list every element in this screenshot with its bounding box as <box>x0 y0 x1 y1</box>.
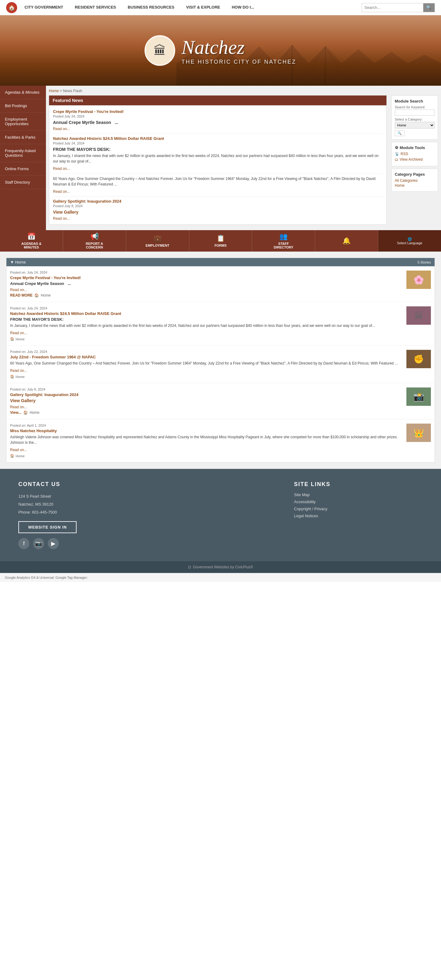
footer-phone: Phone: 601-445-7500 <box>18 508 276 516</box>
website-signin-button[interactable]: WEBSITE SIGN IN <box>18 521 77 533</box>
news-item-5-content: Posted on: April 1, 2024 Miss Natchez Ho… <box>10 423 403 458</box>
home-tag-icon-4: 🏠 <box>23 410 28 415</box>
city-subtitle: THE HISTORIC CITY OF NATCHEZ <box>181 59 296 65</box>
sidebar-item-staff-directory[interactable]: Staff Directory <box>0 176 46 189</box>
news-item-1-read-more: READ MORE 🏠 Home <box>10 293 403 298</box>
featured-read-on-4[interactable]: Read on... <box>53 216 70 221</box>
featured-news-title-2[interactable]: Natchez Awarded Historic $24.5 Million D… <box>53 136 382 141</box>
city-seal: 🏛 <box>145 35 175 66</box>
module-search-button[interactable]: 🔍 <box>395 130 404 136</box>
home-icon[interactable]: 🏠 <box>6 2 17 13</box>
youtube-icon[interactable]: ▶ <box>48 538 59 549</box>
news-list-item-3: Posted on: July 22, 2024 July 22nd - Fre… <box>6 345 435 383</box>
sidebar-item-online-forms[interactable]: Online Forms <box>0 162 46 176</box>
accessibility-link[interactable]: Accessibility <box>294 500 423 504</box>
search-input[interactable] <box>362 3 423 12</box>
news-item-5-title[interactable]: Miss Natchez Hospitality <box>10 428 403 433</box>
news-list-category: ▼ Home <box>10 260 26 264</box>
facebook-icon[interactable]: f <box>18 538 29 549</box>
archive-icon: 🗂 <box>395 158 398 162</box>
sidebar-item-faq[interactable]: Frequently Asked Questions <box>0 144 46 162</box>
news-item-2-thumb: 🏛 <box>406 306 431 325</box>
read-more-link-1[interactable]: READ MORE <box>10 293 32 298</box>
view-gallery-link[interactable]: View Gallery <box>53 210 382 215</box>
news-item-1-thumb: 🌸 <box>406 270 431 289</box>
footer: CONTACT US 124 S Pearl Street Natchez, M… <box>0 469 441 561</box>
module-tools-title: ⚙ Module Tools <box>395 145 435 150</box>
breadcrumb-home[interactable]: Home <box>49 89 59 93</box>
news-item-1-sub: Annual Crepe Myrtle Season ... <box>10 281 403 286</box>
news-item-5-text: Ashleigh Valerie Johnson was crowned Mis… <box>10 434 403 445</box>
quick-link-agendas[interactable]: 📅 AGENDAS &MINUTES <box>0 230 63 251</box>
keyword-input[interactable] <box>395 110 435 116</box>
tools-icon: ⚙ <box>395 145 398 150</box>
nav-how-do-i[interactable]: HOW DO I... <box>231 0 256 15</box>
quick-link-employment[interactable]: 💼 EMPLOYMENT <box>126 230 189 251</box>
news-list-item-1: Posted on: July 24, 2024 Crepe Myrtle Fe… <box>6 266 435 302</box>
news-item-4-title[interactable]: Gallery Spotlight: Inauguration 2024 <box>10 392 403 397</box>
news-item-5-read-on[interactable]: Read on... <box>10 448 27 452</box>
nav-resident-services[interactable]: RESIDENT SERVICES <box>74 0 117 15</box>
view-gallery-link-4[interactable]: View Gallery <box>10 398 403 403</box>
sidebar-item-employment[interactable]: Employment Opportunities <box>0 113 46 131</box>
footer-links: SITE LINKS Site Map Accessibility Copyri… <box>294 481 423 549</box>
nav-city-government[interactable]: CITY GOVERNMENT <box>23 0 64 15</box>
news-item-3-content: Posted on: July 22, 2024 July 22nd - Fre… <box>10 350 403 379</box>
news-item-5-thumb: 👑 <box>406 423 431 442</box>
quick-link-report[interactable]: 📢 REPORT ACONCERN <box>63 230 126 251</box>
view-link-4[interactable]: View... <box>10 410 21 415</box>
featured-news-item-4: Gallery Spotlight: Inauguration 2024 Pos… <box>53 199 382 221</box>
module-search-title: Module Search <box>395 99 435 103</box>
rss-link[interactable]: 📡 RSS <box>395 152 435 156</box>
copyright-privacy-link[interactable]: Copyright / Privacy <box>294 506 423 511</box>
news-item-3-read-on[interactable]: Read on... <box>10 369 27 373</box>
home-tag-icon-5: 🏠 <box>10 454 14 458</box>
nav-visit-explore[interactable]: VISIT & EXPLORE <box>185 0 221 15</box>
nav-business-resources[interactable]: BUSINESS RESOURCES <box>126 0 176 15</box>
featured-news-header: Featured News <box>49 95 387 105</box>
featured-news-title-4[interactable]: Gallery Spotlight: Inauguration 2024 <box>53 199 382 204</box>
home-category-link[interactable]: Home <box>395 183 435 188</box>
news-item-1-read-on[interactable]: Read on... <box>10 288 27 292</box>
news-list-section: ▼ Home 5 Stories Posted on: July 24, 202… <box>6 258 435 463</box>
site-map-link[interactable]: Site Map <box>294 492 423 497</box>
featured-news-date-4: Posted July 8, 2024 <box>53 204 382 208</box>
news-item-2-title[interactable]: Natchez Awarded Historic $24.5 Million D… <box>10 311 403 316</box>
home-tag-2: Home <box>16 337 24 341</box>
sidebar-item-agendas[interactable]: Agendas & Minutes <box>0 86 46 99</box>
news-item-4-read-on[interactable]: Read on... <box>10 405 27 409</box>
featured-read-on-3[interactable]: Read on... <box>53 189 70 194</box>
select-language[interactable]: 🌐 Select Language <box>378 230 441 251</box>
instagram-icon[interactable]: 📷 <box>33 538 44 549</box>
sidebar-item-bid-postings[interactable]: Bid Postings <box>0 99 46 113</box>
quick-link-staff[interactable]: 👥 STAFFDIRECTORY <box>252 230 315 251</box>
all-categories-link[interactable]: All Categories <box>395 178 435 183</box>
view-archived-link[interactable]: 🗂 View Archived <box>395 158 435 162</box>
news-item-1-title[interactable]: Crepe Myrtle Festival - You're Invited! <box>10 275 403 280</box>
news-list-wrapper: ▼ Home 5 Stories Posted on: July 24, 202… <box>0 251 441 469</box>
hero-banner: 🏛 Natchez THE HISTORIC CITY OF NATCHEZ <box>0 15 441 86</box>
quick-link-alerts[interactable]: 🔔 <box>315 230 378 251</box>
category-select[interactable]: Home <box>395 122 435 129</box>
featured-read-on-1[interactable]: Read on... <box>53 127 70 131</box>
civicplus-icon: ⊡ <box>188 565 191 569</box>
home-tag-3: Home <box>16 375 24 379</box>
quick-link-forms[interactable]: 📋 FORMS <box>189 230 252 251</box>
news-item-2-read-on[interactable]: Read on... <box>10 331 27 335</box>
news-list-item-5: Posted on: April 1, 2024 Miss Natchez Ho… <box>6 419 435 463</box>
featured-news-text-3: 60 Years Ago, One Summer Changed the Cou… <box>53 176 382 187</box>
featured-read-on-2[interactable]: Read on... <box>53 167 70 171</box>
footer-links-title: SITE LINKS <box>294 481 423 488</box>
legal-notices-link[interactable]: Legal Notices <box>294 514 423 518</box>
featured-news-title-1[interactable]: Crepe Myrtle Festival - You're Invited! <box>53 109 382 114</box>
city-name: Natchez <box>181 36 296 59</box>
sidebar-item-facilities[interactable]: Facilities & Parks <box>0 131 46 144</box>
news-item-3-thumb: ✊ <box>406 350 431 368</box>
news-item-3-category: 🏠 Home <box>10 375 403 379</box>
home-tag-4: Home <box>30 410 40 415</box>
news-item-3-title[interactable]: July 22nd - Freedom Summer 1964 @ NAPAC <box>10 355 403 359</box>
news-item-2-date: Posted on: July 24, 2024 <box>10 306 403 310</box>
search-button[interactable]: 🔍 <box>423 3 435 12</box>
footer-contact-title: CONTACT US <box>18 481 276 488</box>
forms-label: FORMS <box>214 243 227 247</box>
